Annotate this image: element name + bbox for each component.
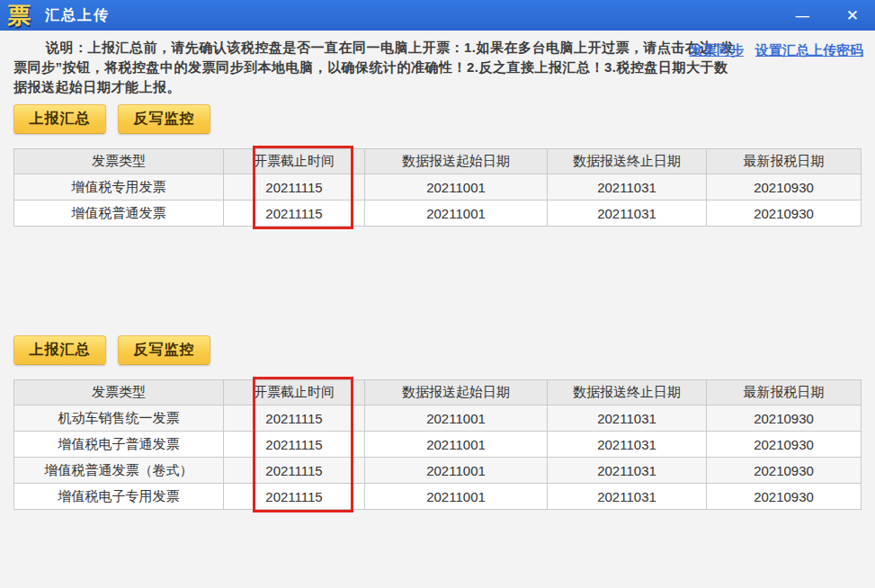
- invoice-table-wrap: 发票类型 开票截止时间 数据报送起始日期 数据报送终止日期 最新报税日期 机动车…: [13, 379, 861, 510]
- invoice-table: 发票类型 开票截止时间 数据报送起始日期 数据报送终止日期 最新报税日期 机动车…: [13, 379, 862, 510]
- date-cell: 20211031: [548, 405, 707, 432]
- date-cell: 20211031: [548, 200, 707, 227]
- invoice-table-wrap: 发票类型 开票截止时间 数据报送起始日期 数据报送终止日期 最新报税日期 增值税…: [13, 148, 861, 227]
- invoice-table: 发票类型 开票截止时间 数据报送起始日期 数据报送终止日期 最新报税日期 增值税…: [13, 148, 862, 227]
- invoice-type-cell: 增值税电子普通发票: [14, 432, 224, 458]
- table-row: 机动车销售统一发票2021111520211001202110312021093…: [14, 405, 862, 432]
- writeback-monitor-button[interactable]: 反写监控: [118, 335, 210, 365]
- col-latest-tax-date: 最新报税日期: [707, 380, 862, 405]
- notice-area: 说明：上报汇总前，请先确认该税控盘是否一直在同一电脑上开票：1.如果在多台电脑上…: [0, 31, 875, 97]
- col-report-start-date: 数据报送起始日期: [365, 149, 548, 174]
- window-title: 汇总上传: [45, 6, 110, 25]
- table-header-row: 发票类型 开票截止时间 数据报送起始日期 数据报送终止日期 最新报税日期: [14, 380, 862, 405]
- date-cell: 20210930: [707, 174, 862, 200]
- date-cell: 20211001: [365, 405, 548, 432]
- invoice-type-cell: 增值税普通发票: [14, 200, 224, 227]
- date-cell: 20211001: [365, 174, 548, 200]
- date-cell: 20211001: [365, 484, 548, 510]
- date-cell: 20211115: [224, 174, 365, 200]
- minimize-icon[interactable]: —: [790, 7, 816, 24]
- button-row: 上报汇总 反写监控: [13, 104, 862, 134]
- report-summary-button[interactable]: 上报汇总: [13, 104, 106, 134]
- table-row: 增值税电子专用发票2021111520211001202110312021093…: [14, 484, 862, 510]
- table-row: 增值税普通发票20211115202110012021103120210930: [14, 200, 862, 227]
- date-cell: 20211031: [548, 484, 707, 510]
- date-cell: 20211115: [224, 432, 365, 458]
- section-special-invoices: 上报汇总 反写监控 发票类型 开票截止时间 数据报送起始日期 数据报送终止日期 …: [0, 104, 875, 227]
- invoice-type-cell: 增值税专用发票: [14, 174, 224, 200]
- date-cell: 20211115: [224, 200, 365, 227]
- date-cell: 20211001: [365, 458, 548, 484]
- date-cell: 20210930: [707, 200, 862, 227]
- window-controls: — ✕: [790, 7, 864, 24]
- section-other-invoices: 上报汇总 反写监控 发票类型 开票截止时间 数据报送起始日期 数据报送终止日期 …: [0, 335, 875, 510]
- col-invoicing-deadline: 开票截止时间: [224, 380, 365, 405]
- date-cell: 20210930: [707, 405, 862, 432]
- app-ticket-icon: 票: [7, 2, 31, 29]
- col-invoice-type: 发票类型: [14, 149, 224, 174]
- date-cell: 20210930: [707, 484, 862, 510]
- close-icon[interactable]: ✕: [841, 7, 864, 24]
- titlebar: 票 汇总上传 — ✕: [0, 0, 875, 31]
- date-cell: 20211115: [224, 484, 365, 510]
- table-header-row: 发票类型 开票截止时间 数据报送起始日期 数据报送终止日期 最新报税日期: [14, 149, 862, 174]
- date-cell: 20210930: [707, 458, 862, 484]
- header-links: 发票同步 设置汇总上传密码: [682, 42, 863, 59]
- report-summary-button[interactable]: 上报汇总: [13, 335, 106, 365]
- col-invoicing-deadline: 开票截止时间: [224, 149, 365, 174]
- writeback-monitor-button[interactable]: 反写监控: [118, 104, 210, 134]
- invoice-type-cell: 增值税电子专用发票: [14, 484, 224, 510]
- invoice-type-cell: 机动车销售统一发票: [14, 405, 224, 432]
- date-cell: 20211115: [224, 405, 365, 432]
- notice-text: 说明：上报汇总前，请先确认该税控盘是否一直在同一电脑上开票：1.如果在多台电脑上…: [13, 38, 735, 97]
- col-latest-tax-date: 最新报税日期: [707, 149, 862, 174]
- date-cell: 20211115: [224, 458, 365, 484]
- date-cell: 20210930: [707, 432, 862, 458]
- date-cell: 20211001: [365, 200, 548, 227]
- set-upload-password-link[interactable]: 设置汇总上传密码: [755, 42, 863, 58]
- table-row: 增值税电子普通发票2021111520211001202110312021093…: [14, 432, 862, 458]
- date-cell: 20211031: [548, 432, 707, 458]
- col-invoice-type: 发票类型: [14, 380, 224, 405]
- date-cell: 20211031: [548, 458, 707, 484]
- col-report-end-date: 数据报送终止日期: [548, 380, 707, 405]
- table-row: 增值税专用发票20211115202110012021103120210930: [14, 174, 862, 200]
- invoice-type-cell: 增值税普通发票（卷式）: [14, 458, 224, 484]
- button-row: 上报汇总 反写监控: [13, 335, 862, 365]
- col-report-start-date: 数据报送起始日期: [365, 380, 548, 405]
- date-cell: 20211031: [548, 174, 707, 200]
- date-cell: 20211001: [365, 432, 548, 458]
- table-row: 增值税普通发票（卷式）20211115202110012021103120210…: [14, 458, 862, 484]
- invoice-sync-link[interactable]: 发票同步: [690, 42, 744, 58]
- col-report-end-date: 数据报送终止日期: [548, 149, 707, 174]
